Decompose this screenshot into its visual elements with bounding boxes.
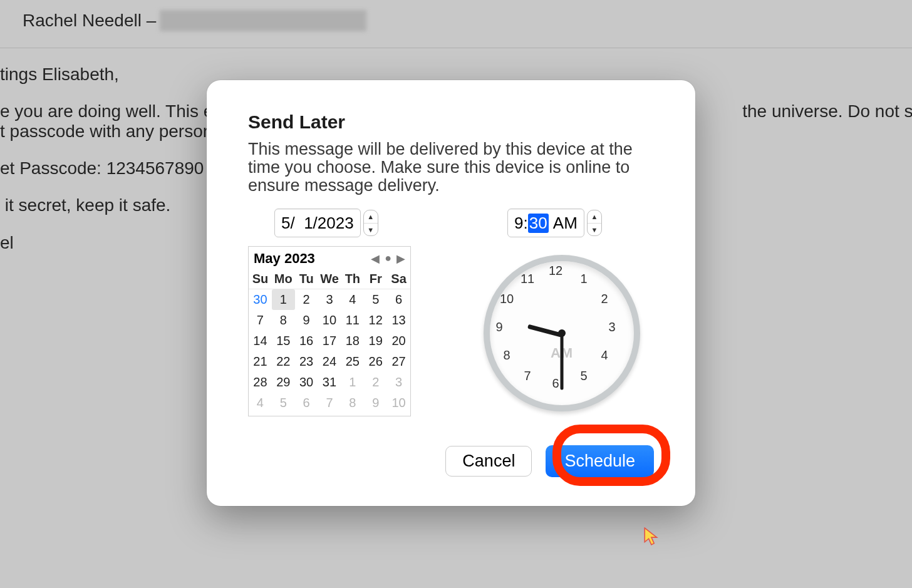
calendar-day[interactable]: 25 (341, 351, 364, 372)
calendar-day[interactable]: 5 (272, 393, 295, 413)
clock-number: 9 (491, 320, 507, 334)
cursor-icon (644, 527, 660, 546)
schedule-button[interactable]: Schedule (546, 445, 654, 477)
calendar-day[interactable]: 28 (249, 372, 272, 393)
calendar-today-icon[interactable]: ● (385, 252, 391, 266)
calendar-day[interactable]: 16 (295, 331, 318, 351)
calendar-day[interactable]: 2 (295, 289, 318, 310)
calendar-day[interactable]: 8 (341, 393, 364, 413)
calendar-day[interactable]: 4 (249, 393, 272, 413)
calendar-day[interactable]: 4 (341, 289, 364, 310)
calendar-day[interactable]: 23 (295, 351, 318, 372)
clock-number: 8 (499, 348, 515, 363)
calendar-day[interactable]: 7 (318, 393, 341, 413)
analog-clock[interactable]: AM 121234567891011 (484, 255, 640, 411)
calendar-day[interactable]: 7 (249, 310, 272, 331)
clock-number: 6 (547, 376, 564, 391)
cancel-button[interactable]: Cancel (445, 446, 532, 477)
calendar-day[interactable]: 1 (272, 289, 295, 310)
calendar-day[interactable]: 19 (364, 331, 387, 351)
clock-number: 7 (519, 369, 536, 383)
calendar-dow: Su (249, 269, 272, 289)
redacted-address (160, 10, 366, 31)
calendar-day[interactable]: 13 (387, 310, 410, 331)
calendar-day[interactable]: 10 (387, 393, 410, 413)
clock-number: 10 (499, 292, 515, 306)
calendar-day[interactable]: 3 (387, 372, 410, 393)
calendar-prev-icon[interactable]: ◀ (371, 252, 380, 266)
calendar-dow: Mo (272, 269, 295, 289)
calendar-day[interactable]: 15 (272, 331, 295, 351)
calendar-day[interactable]: 3 (318, 289, 341, 310)
calendar-day[interactable]: 6 (295, 393, 318, 413)
calendar-day[interactable]: 30 (295, 372, 318, 393)
calendar-day[interactable]: 30 (249, 289, 272, 310)
calendar-day[interactable]: 9 (295, 310, 318, 331)
clock-number: 3 (604, 320, 620, 334)
clock-center-pin (558, 329, 566, 337)
clock-number: 5 (576, 369, 592, 383)
dialog-description: This message will be delivered by this d… (248, 140, 654, 195)
time-stepper[interactable]: ▲ ▼ (587, 210, 602, 236)
stepper-down-icon[interactable]: ▼ (588, 224, 601, 236)
calendar-day[interactable]: 11 (341, 310, 364, 331)
calendar-day[interactable]: 8 (272, 310, 295, 331)
calendar-day[interactable]: 24 (318, 351, 341, 372)
calendar-month-label: May 2023 (254, 250, 371, 267)
calendar-day[interactable]: 9 (364, 393, 387, 413)
calendar-day[interactable]: 17 (318, 331, 341, 351)
calendar-dow: We (318, 269, 341, 289)
calendar-dow: Th (341, 269, 364, 289)
calendar-day[interactable]: 12 (364, 310, 387, 331)
calendar-day[interactable]: 1 (341, 372, 364, 393)
calendar-next-icon[interactable]: ▶ (396, 252, 405, 266)
email-header: Rachel Needell – (0, 0, 912, 48)
calendar-day[interactable]: 10 (318, 310, 341, 331)
calendar-day[interactable]: 21 (249, 351, 272, 372)
calendar-day[interactable]: 18 (341, 331, 364, 351)
clock-hour-hand[interactable] (527, 324, 562, 338)
stepper-up-icon[interactable]: ▲ (588, 210, 601, 224)
calendar-day[interactable]: 14 (249, 331, 272, 351)
calendar-day[interactable]: 31 (318, 372, 341, 393)
calendar-day[interactable]: 22 (272, 351, 295, 372)
from-name: Rachel Needell – (0, 11, 156, 31)
calendar-dow: Tu (295, 269, 318, 289)
clock-number: 1 (576, 271, 592, 286)
calendar-day[interactable]: 2 (364, 372, 387, 393)
calendar-day[interactable]: 29 (272, 372, 295, 393)
clock-number: 11 (519, 271, 536, 286)
date-stepper[interactable]: ▲ ▼ (363, 210, 378, 236)
calendar-day[interactable]: 20 (387, 331, 410, 351)
calendar: May 2023 ◀ ● ▶ SuMoTuWeThFrSa30123456789… (248, 246, 411, 416)
clock-number: 4 (596, 348, 613, 363)
send-later-dialog: Send Later This message will be delivere… (207, 80, 695, 506)
calendar-day[interactable]: 26 (364, 351, 387, 372)
calendar-day[interactable]: 5 (364, 289, 387, 310)
dialog-title: Send Later (248, 111, 654, 133)
calendar-day[interactable]: 6 (387, 289, 410, 310)
calendar-day[interactable]: 27 (387, 351, 410, 372)
date-field[interactable]: 5/ 1/2023 (274, 209, 361, 237)
stepper-down-icon[interactable]: ▼ (364, 224, 378, 236)
calendar-dow: Fr (364, 269, 387, 289)
stepper-up-icon[interactable]: ▲ (364, 210, 378, 224)
clock-number: 2 (596, 292, 613, 306)
time-field[interactable]: 9:30 AM (507, 209, 584, 237)
clock-number: 12 (547, 264, 564, 278)
calendar-dow: Sa (387, 269, 410, 289)
